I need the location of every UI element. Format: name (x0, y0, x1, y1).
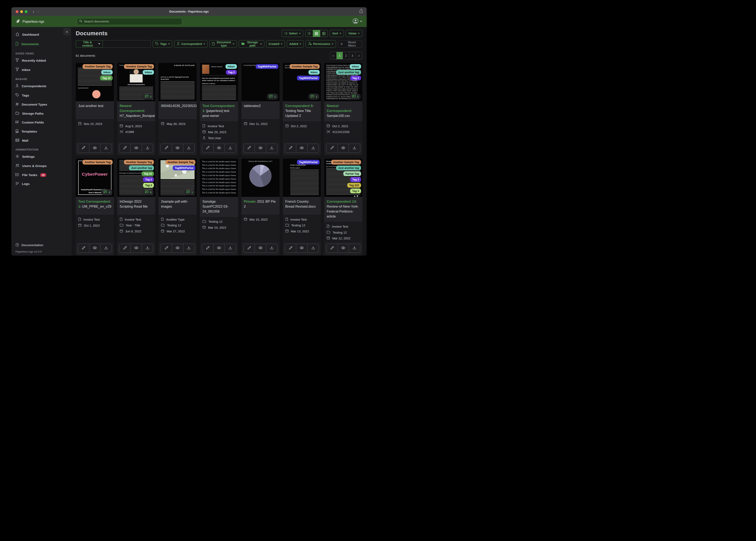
document-card[interactable]: one,1.0 five,5.0Another Sample TagInboxT… (283, 63, 321, 155)
edit-button[interactable] (285, 144, 296, 153)
comments-badge[interactable]: 1 (267, 94, 278, 100)
document-thumbnail[interactable]: This is a test for the double space char… (200, 159, 238, 197)
preview-button[interactable] (255, 144, 266, 153)
document-thumbnail[interactable]: one,1.0 five,5.0Another Sample TagInboxT… (283, 63, 321, 101)
tag-badge[interactable]: Another Sample Tag (290, 64, 320, 69)
download-button[interactable] (308, 244, 319, 253)
tag-badge[interactable]: Another Sample Tag (124, 160, 154, 165)
tag-badge[interactable]: Another Sample Tag (83, 160, 112, 165)
edit-button[interactable] (78, 244, 89, 253)
document-card[interactable]: InDesign Scripting DocumentationAnother … (117, 159, 155, 256)
tag-badge[interactable]: Tag 222 (347, 183, 361, 188)
select-button[interactable]: Select (282, 30, 303, 37)
tag-badge[interactable]: Just another tag (129, 166, 154, 170)
storage-path-filter-button[interactable]: Storage path (239, 40, 264, 48)
card-title-block[interactable]: tablerates2 (241, 101, 280, 119)
edit-button[interactable] (244, 144, 255, 153)
edit-button[interactable] (244, 244, 255, 253)
sidebar-item-documentation[interactable]: Documentation (15, 243, 67, 247)
sidebar-item-mail[interactable]: Mail (11, 136, 72, 145)
document-thumbnail[interactable]: Review of Arbitral Awards Certainty of A… (324, 159, 362, 197)
download-button[interactable] (349, 244, 360, 253)
document-card[interactable]: Adobe Acrobat PDF FilesCupcake ipsumAnot… (76, 63, 114, 155)
card-title-block[interactable]: Correspondent 9: Testing New Title Updat… (283, 101, 321, 121)
card-title-block[interactable]: 2sample-pdf-with-images (158, 197, 197, 214)
tag-badge[interactable]: Another Sample Tag (83, 64, 112, 69)
sidebar-item-users-groups[interactable]: Users & Groups (11, 162, 72, 171)
card-title-block[interactable]: Test Correspondent 1: [paperless] test p… (200, 101, 238, 121)
card-correspondent[interactable]: Private (244, 200, 255, 203)
card-title-block[interactable]: Newest Correspondent: Sample100.csv (324, 101, 362, 121)
document-thumbnail[interactable]: French Country BreadFor the LeavenTagWit… (283, 159, 321, 197)
view-detail-button[interactable] (320, 30, 328, 37)
added-filter-button[interactable]: Added (287, 40, 304, 48)
preview-button[interactable] (338, 144, 349, 153)
document-thumbnail[interactable]: Another Sample TagTagWithPartial1 (158, 159, 197, 197)
sidebar-item-correspondents[interactable]: Correspondents (11, 81, 72, 91)
preview-button[interactable] (296, 244, 308, 253)
download-button[interactable] (142, 244, 153, 253)
tag-badge[interactable]: Inbox (143, 70, 154, 75)
tag-badge[interactable]: Just another tag (336, 166, 361, 170)
document-type-filter-button[interactable]: Document type (209, 40, 237, 48)
document-card[interactable]: Francja pod rz.NAPOLEON BONAPARTEAnother… (117, 63, 155, 155)
zoom-button[interactable] (25, 10, 27, 13)
title-content-filter-button[interactable]: Title & content (76, 40, 103, 48)
comments-badge[interactable]: 1 (350, 94, 361, 100)
edit-button[interactable] (161, 144, 172, 153)
user-menu-caret-icon[interactable] (360, 21, 362, 22)
edit-button[interactable] (202, 244, 214, 253)
card-title-block[interactable]: Private: 2011 BP Pie 2 (241, 197, 280, 214)
comments-badge[interactable]: 2 (143, 94, 154, 100)
preview-button[interactable] (131, 144, 142, 153)
document-card[interactable]: Review of Arbitral Awards Certainty of A… (324, 159, 362, 256)
pagination-page-3[interactable]: 3 (349, 52, 356, 59)
tag-badge[interactable]: TagWithPartial (297, 160, 320, 165)
created-filter-button[interactable]: Created (266, 40, 285, 48)
card-title-block[interactable]: Test Correspondent 1: UM_PPBE_en_v29 (76, 197, 114, 214)
sidebar-item-storage-paths[interactable]: Storage Paths (11, 109, 72, 118)
document-card[interactable]: Medical TeacherHas the new Kirkpatrick g… (200, 63, 238, 155)
tag-badge[interactable]: Another Sample Tag (124, 64, 154, 69)
tag-badge[interactable]: Just another tag (336, 70, 361, 75)
tags-filter-button[interactable]: Tags (153, 40, 172, 48)
preview-button[interactable] (214, 144, 225, 153)
tag-badge[interactable]: Tag 2 (350, 76, 361, 80)
tag-badge[interactable]: TagWithPartial (297, 76, 320, 80)
card-title-block[interactable]: 0004814539_20230531 (158, 101, 197, 119)
title-content-filter-input[interactable] (103, 40, 151, 48)
preview-button[interactable] (89, 144, 101, 153)
document-card[interactable]: Serial Number,Company Name,Employe 97881… (324, 63, 362, 155)
forward-button[interactable]: › (37, 9, 39, 14)
preview-button[interactable] (172, 244, 183, 253)
document-card[interactable]: CyberPowerPowerPanel® Business EditionUs… (76, 159, 114, 256)
edit-button[interactable] (78, 144, 89, 153)
tag-badge[interactable]: Tag 2 (350, 177, 361, 182)
view-list-button[interactable] (305, 30, 313, 37)
document-card[interactable]: French Country BreadFor the LeavenTagWit… (283, 159, 321, 256)
tag-badge[interactable]: Another Sample Tag (165, 160, 195, 165)
download-button[interactable] (308, 144, 319, 153)
tag-badge[interactable]: Tag 3 (143, 183, 154, 188)
document-thumbnail[interactable]: Country,Region/State,“TTagWithPartial1 (241, 63, 280, 101)
tag-badge[interactable]: Tag 2 (226, 70, 237, 75)
card-title-block[interactable]: Sonstige ScanPC2022 03-24_081058 (200, 197, 238, 217)
download-button[interactable] (100, 244, 112, 253)
view-grid-button[interactable] (313, 30, 320, 37)
preview-button[interactable] (255, 244, 266, 253)
download-button[interactable] (100, 144, 112, 153)
download-button[interactable] (183, 244, 195, 253)
card-correspondent[interactable]: Newest Correspondent (327, 104, 351, 113)
edit-button[interactable] (119, 144, 131, 153)
close-button[interactable] (16, 10, 18, 13)
tag-badge[interactable]: Inbox (101, 70, 113, 75)
tag-badge[interactable]: TagWithPartial (256, 64, 278, 69)
sidebar-item-dashboard[interactable]: Dashboard (11, 30, 72, 39)
document-thumbnail[interactable]: Adobe Acrobat PDF FilesCupcake ipsumAnot… (76, 63, 114, 101)
sidebar-item-document-types[interactable]: Document Types (11, 100, 72, 109)
card-title-block[interactable]: Newest Correspondent: H7_Napoleon_Bonapa… (117, 101, 155, 121)
sidebar-item-templates[interactable]: Templates (11, 127, 72, 136)
edit-button[interactable] (285, 244, 296, 253)
document-card[interactable]: Another Sample TagTagWithPartial12sample… (158, 159, 197, 256)
edit-button[interactable] (326, 144, 338, 153)
